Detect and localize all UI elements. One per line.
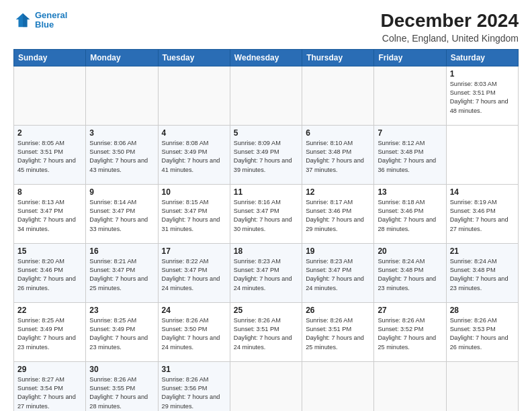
header: General Blue December 2024 Colne, Englan… — [13, 11, 519, 44]
day-number: 29 — [17, 365, 82, 374]
day-info: Sunrise: 8:14 AMSunset: 3:47 PMDaylight:… — [89, 199, 148, 232]
table-row: 6Sunrise: 8:10 AMSunset: 3:48 PMDaylight… — [302, 125, 374, 184]
day-number: 2 — [17, 128, 82, 138]
table-row — [302, 66, 374, 125]
day-info: Sunrise: 8:26 AMSunset: 3:51 PMDaylight:… — [306, 317, 364, 351]
col-header-saturday: Saturday — [446, 49, 518, 66]
table-row: 25Sunrise: 8:26 AMSunset: 3:51 PMDayligh… — [230, 302, 302, 361]
sub-title: Colne, England, United Kingdom — [381, 33, 519, 44]
day-number: 19 — [306, 246, 370, 256]
day-info: Sunrise: 8:15 AMSunset: 3:47 PMDaylight:… — [162, 199, 220, 232]
day-number: 8 — [17, 187, 82, 197]
day-info: Sunrise: 8:26 AMSunset: 3:52 PMDaylight:… — [378, 317, 436, 351]
table-row: 24Sunrise: 8:26 AMSunset: 3:50 PMDayligh… — [158, 302, 230, 361]
day-number: 30 — [89, 365, 154, 374]
table-row: 11Sunrise: 8:16 AMSunset: 3:47 PMDayligh… — [230, 184, 302, 243]
table-row — [374, 361, 446, 411]
table-row — [158, 66, 230, 125]
day-number: 4 — [162, 128, 226, 138]
day-info: Sunrise: 8:23 AMSunset: 3:47 PMDaylight:… — [306, 258, 364, 291]
table-row: 26Sunrise: 8:26 AMSunset: 3:51 PMDayligh… — [302, 302, 374, 361]
table-row: 28Sunrise: 8:26 AMSunset: 3:53 PMDayligh… — [446, 302, 518, 361]
title-block: December 2024 Colne, England, United Kin… — [381, 11, 519, 44]
day-number: 23 — [89, 306, 154, 315]
table-row: 9Sunrise: 8:14 AMSunset: 3:47 PMDaylight… — [86, 184, 158, 243]
table-row: 17Sunrise: 8:22 AMSunset: 3:47 PMDayligh… — [158, 243, 230, 302]
svg-marker-1 — [23, 13, 30, 28]
table-row: 5Sunrise: 8:09 AMSunset: 3:49 PMDaylight… — [230, 125, 302, 184]
day-info: Sunrise: 8:24 AMSunset: 3:48 PMDaylight:… — [450, 258, 508, 291]
table-row: 12Sunrise: 8:17 AMSunset: 3:46 PMDayligh… — [302, 184, 374, 243]
table-row: 29Sunrise: 8:27 AMSunset: 3:54 PMDayligh… — [14, 361, 86, 411]
table-row: 22Sunrise: 8:25 AMSunset: 3:49 PMDayligh… — [14, 302, 86, 361]
table-row: 16Sunrise: 8:21 AMSunset: 3:47 PMDayligh… — [86, 243, 158, 302]
table-row: 10Sunrise: 8:15 AMSunset: 3:47 PMDayligh… — [158, 184, 230, 243]
calendar-table: SundayMondayTuesdayWednesdayThursdayFrid… — [13, 49, 519, 411]
day-info: Sunrise: 8:09 AMSunset: 3:49 PMDaylight:… — [234, 140, 292, 173]
day-info: Sunrise: 8:05 AMSunset: 3:51 PMDaylight:… — [17, 140, 76, 173]
col-header-monday: Monday — [86, 49, 158, 66]
day-number: 6 — [306, 128, 370, 138]
table-row — [86, 66, 158, 125]
table-row — [374, 66, 446, 125]
day-number: 25 — [234, 306, 298, 315]
day-number: 10 — [162, 187, 226, 197]
day-info: Sunrise: 8:24 AMSunset: 3:48 PMDaylight:… — [378, 258, 436, 291]
day-number: 20 — [378, 246, 442, 256]
table-row — [446, 361, 518, 411]
table-row: 4Sunrise: 8:08 AMSunset: 3:49 PMDaylight… — [158, 125, 230, 184]
logo-line2: Blue — [35, 19, 54, 30]
logo-text: General Blue — [35, 11, 67, 30]
table-row — [302, 361, 374, 411]
table-row — [14, 66, 86, 125]
day-number: 17 — [162, 246, 226, 256]
day-info: Sunrise: 8:16 AMSunset: 3:47 PMDaylight:… — [234, 199, 292, 232]
day-info: Sunrise: 8:25 AMSunset: 3:49 PMDaylight:… — [17, 317, 76, 351]
table-row: 2Sunrise: 8:05 AMSunset: 3:51 PMDaylight… — [14, 125, 86, 184]
day-info: Sunrise: 8:10 AMSunset: 3:48 PMDaylight:… — [306, 140, 364, 173]
day-number: 9 — [89, 187, 154, 197]
day-info: Sunrise: 8:06 AMSunset: 3:50 PMDaylight:… — [89, 140, 148, 173]
table-row — [230, 361, 302, 411]
day-number: 12 — [306, 187, 370, 197]
day-info: Sunrise: 8:26 AMSunset: 3:53 PMDaylight:… — [450, 317, 508, 351]
table-row: 19Sunrise: 8:23 AMSunset: 3:47 PMDayligh… — [302, 243, 374, 302]
day-number: 31 — [162, 365, 226, 374]
day-info: Sunrise: 8:26 AMSunset: 3:50 PMDaylight:… — [162, 317, 220, 351]
day-info: Sunrise: 8:25 AMSunset: 3:49 PMDaylight:… — [89, 317, 148, 351]
day-number: 26 — [306, 306, 370, 315]
day-info: Sunrise: 8:18 AMSunset: 3:46 PMDaylight:… — [378, 199, 436, 232]
day-info: Sunrise: 8:13 AMSunset: 3:47 PMDaylight:… — [17, 199, 76, 232]
day-number: 14 — [450, 187, 515, 197]
day-number: 28 — [450, 306, 515, 315]
day-info: Sunrise: 8:03 AMSunset: 3:51 PMDaylight:… — [450, 81, 508, 114]
table-row: 30Sunrise: 8:26 AMSunset: 3:55 PMDayligh… — [86, 361, 158, 411]
day-number: 27 — [378, 306, 442, 315]
table-row: 3Sunrise: 8:06 AMSunset: 3:50 PMDaylight… — [86, 125, 158, 184]
table-row: 1Sunrise: 8:03 AMSunset: 3:51 PMDaylight… — [446, 66, 518, 125]
logo-icon — [13, 11, 32, 30]
day-info: Sunrise: 8:22 AMSunset: 3:47 PMDaylight:… — [162, 258, 220, 291]
table-row: 15Sunrise: 8:20 AMSunset: 3:46 PMDayligh… — [14, 243, 86, 302]
day-info: Sunrise: 8:26 AMSunset: 3:51 PMDaylight:… — [234, 317, 292, 351]
table-row: 31Sunrise: 8:26 AMSunset: 3:56 PMDayligh… — [158, 361, 230, 411]
day-number: 22 — [17, 306, 82, 315]
day-info: Sunrise: 8:27 AMSunset: 3:54 PMDaylight:… — [17, 376, 76, 410]
table-row: 20Sunrise: 8:24 AMSunset: 3:48 PMDayligh… — [374, 243, 446, 302]
day-number: 21 — [450, 246, 515, 256]
day-number: 24 — [162, 306, 226, 315]
day-info: Sunrise: 8:08 AMSunset: 3:49 PMDaylight:… — [162, 140, 220, 173]
main-title: December 2024 — [381, 11, 519, 32]
table-row — [230, 66, 302, 125]
table-row: 23Sunrise: 8:25 AMSunset: 3:49 PMDayligh… — [86, 302, 158, 361]
day-info: Sunrise: 8:17 AMSunset: 3:46 PMDaylight:… — [306, 199, 364, 232]
day-number: 11 — [234, 187, 298, 197]
day-info: Sunrise: 8:19 AMSunset: 3:46 PMDaylight:… — [450, 199, 508, 232]
col-header-sunday: Sunday — [14, 49, 86, 66]
day-number: 18 — [234, 246, 298, 256]
page: General Blue December 2024 Colne, Englan… — [0, 0, 532, 411]
table-row: 27Sunrise: 8:26 AMSunset: 3:52 PMDayligh… — [374, 302, 446, 361]
table-row: 13Sunrise: 8:18 AMSunset: 3:46 PMDayligh… — [374, 184, 446, 243]
table-row: 21Sunrise: 8:24 AMSunset: 3:48 PMDayligh… — [446, 243, 518, 302]
col-header-thursday: Thursday — [302, 49, 374, 66]
